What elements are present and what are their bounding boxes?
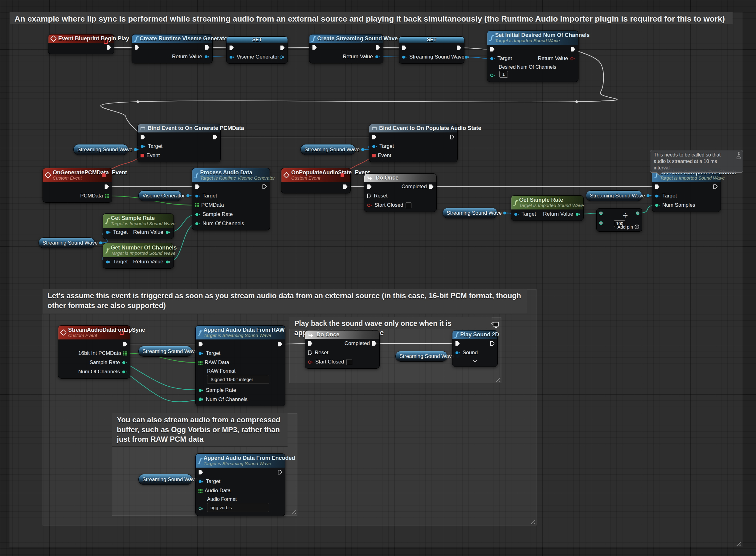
pcmdata-pin[interactable] (195, 203, 199, 207)
out-pin[interactable] (713, 184, 718, 189)
in-pin[interactable] (655, 184, 660, 189)
out-pin[interactable] (490, 341, 495, 346)
event-blueprint-begin-play-node[interactable]: Event Blueprint Begin Play (48, 34, 114, 54)
target-pin[interactable] (106, 231, 111, 234)
out-pin[interactable] (123, 342, 127, 347)
rv-pin[interactable] (165, 260, 171, 264)
out-pin[interactable] (361, 147, 366, 151)
out-pin[interactable] (503, 211, 508, 215)
do-once-node[interactable]: 1Do OnceCompletedResetStart Closed (305, 330, 380, 369)
in-pin[interactable] (135, 45, 139, 50)
target-pin[interactable] (198, 480, 204, 484)
streaming-sound-wave-getter[interactable]: Streaming Sound Wave (138, 474, 192, 485)
a-pin[interactable] (599, 211, 603, 215)
num-value-field[interactable]: 1 (499, 71, 508, 78)
bind-event-to-on-populate-audio-state-node[interactable]: Bind Event to On Populate Audio StateTar… (369, 124, 458, 162)
audiodata-pin[interactable] (198, 489, 202, 493)
reset-pin[interactable] (308, 350, 313, 355)
startclosed-checkbox[interactable] (405, 202, 412, 208)
in-pin[interactable] (367, 184, 372, 189)
in-pin[interactable] (402, 45, 406, 50)
in-pin[interactable] (372, 135, 376, 140)
stream-audio-data-for-lip-sync-node[interactable]: StreamAudioDataForLipSyncCustom Event16b… (58, 325, 130, 379)
varout-pin[interactable] (280, 55, 285, 59)
samplerate-pin[interactable] (198, 388, 204, 392)
in-pin[interactable] (198, 342, 203, 347)
startclosed-checkbox[interactable] (347, 359, 352, 365)
in-pin[interactable] (195, 184, 200, 189)
target-pin[interactable] (655, 194, 660, 198)
out-pin[interactable] (457, 45, 461, 50)
add-pin-button[interactable]: Add pin (617, 224, 639, 230)
set-num-samples-per-chunk-node[interactable]: ƒSet Num Samples Per ChunkTarget is Impo… (652, 168, 721, 212)
in-pin[interactable] (229, 45, 234, 50)
chevron-down-icon[interactable] (473, 360, 477, 362)
rv-pin[interactable] (375, 55, 380, 59)
numsamples-pin[interactable] (655, 203, 660, 207)
num-pin[interactable] (490, 73, 495, 77)
out-pin[interactable] (646, 194, 652, 198)
set-streaming-sound-wave-node[interactable]: SETStreaming Sound Wave (399, 36, 464, 64)
pcmdata-pin[interactable] (105, 194, 109, 198)
comment-compressed-buffer-header[interactable]: You can also stream audio from a compres… (112, 413, 288, 447)
in-pin[interactable] (312, 45, 317, 50)
in-pin[interactable] (455, 341, 460, 346)
comment-main-header[interactable]: An example where lip sync is performed w… (9, 12, 732, 24)
pin-icon[interactable] (737, 152, 741, 155)
streaming-sound-wave-getter[interactable]: Streaming Sound Wave (395, 351, 448, 361)
rv-pin[interactable] (570, 57, 576, 61)
numch-pin[interactable] (198, 398, 204, 402)
in-pin[interactable] (490, 47, 495, 52)
out-pin[interactable] (280, 45, 285, 50)
rawformat-dropdown[interactable]: Signed 16-bit integer (207, 375, 269, 384)
streaming-sound-wave-getter[interactable]: Streaming Sound Wave (442, 208, 497, 218)
create-streaming-sound-wave-node[interactable]: ƒCreate Streaming Sound WaveReturn Value (309, 34, 384, 64)
process-audio-data-node[interactable]: ƒProcess Audio DataTarget is Runtime Vis… (192, 168, 270, 231)
numch-pin[interactable] (195, 222, 200, 226)
set-initial-desired-num-of-channels-node[interactable]: ƒSet Initial Desired Num Of ChannelsTarg… (487, 31, 579, 82)
append-audio-data-from-raw-node[interactable]: ƒAppend Audio Data From RAWTarget is Str… (195, 325, 285, 406)
samplerate-pin[interactable] (195, 213, 200, 216)
divide-node[interactable]: 100÷Add pin (596, 208, 642, 232)
out-pin[interactable] (278, 342, 282, 347)
out-pin[interactable] (635, 211, 640, 215)
out-pin[interactable] (343, 184, 348, 189)
comment-stream-event-header[interactable]: Let's assume this event is triggered as … (42, 289, 527, 314)
completed-pin[interactable] (372, 341, 376, 346)
on-generate-pcmdata-event-node[interactable]: OnGeneratePCMData_EventCustom EventPCMDa… (42, 168, 112, 203)
reset-pin[interactable] (367, 194, 372, 198)
out-pin[interactable] (571, 47, 576, 52)
streaming-sound-wave-getter[interactable]: Streaming Sound Wave (586, 190, 642, 201)
set-viseme-generator-node[interactable]: SETViseme Generator (226, 36, 288, 64)
target-pin[interactable] (106, 260, 111, 264)
out-pin[interactable] (262, 184, 267, 189)
append-audio-data-from-encoded-node[interactable]: ƒAppend Audio Data From EncodedTarget is… (195, 453, 285, 516)
create-runtime-viseme-generator-node[interactable]: ƒCreate Runtime Viseme GeneratorReturn V… (132, 34, 212, 64)
streaming-sound-wave-getter[interactable]: Streaming Sound Wave (138, 346, 192, 357)
b-pin[interactable] (599, 221, 603, 225)
target-pin[interactable] (372, 144, 377, 148)
out-pin[interactable] (278, 470, 282, 475)
out-pin[interactable] (450, 135, 455, 140)
event-pin[interactable] (140, 154, 144, 158)
samplerate-pin[interactable] (122, 361, 127, 365)
event-pin[interactable] (372, 154, 376, 158)
in-pin[interactable] (308, 341, 313, 346)
viseme-generator-getter[interactable]: Viseme Generator (138, 190, 182, 201)
out-pin[interactable] (205, 45, 209, 50)
audioformat-dropdown[interactable]: ogg vorbis (207, 503, 269, 512)
on-populate-audio-state-event-node[interactable]: OnPopulateAudioState_EventCustom Event (281, 168, 351, 194)
play-sound-2d-node[interactable]: ƒPlay Sound 2DSound (452, 330, 498, 367)
out-pin[interactable] (213, 135, 218, 140)
in-pin[interactable] (198, 470, 203, 475)
completed-pin[interactable] (429, 184, 434, 189)
rv-pin[interactable] (204, 55, 209, 59)
out-pin[interactable] (104, 184, 109, 189)
var-pin[interactable] (402, 55, 407, 59)
streaming-sound-wave-getter[interactable]: Streaming Sound Wave (73, 144, 128, 155)
startclosed-pin[interactable] (367, 203, 372, 207)
get-sample-rate-node[interactable]: ƒGet Sample RateTarget is Imported Sound… (511, 195, 584, 221)
get-number-of-channels-node[interactable]: ƒGet Number Of ChannelsTarget is Importe… (103, 243, 174, 269)
out-pin[interactable] (376, 45, 380, 50)
get-sample-rate-node[interactable]: ƒGet Sample RateTarget is Imported Sound… (103, 213, 174, 239)
